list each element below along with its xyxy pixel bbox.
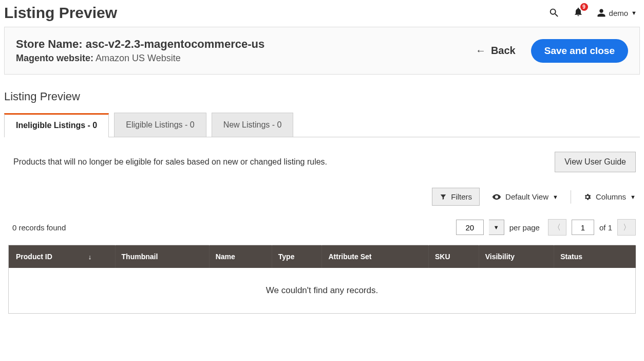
store-name-label: Store Name: [16, 38, 83, 50]
col-attribute-set[interactable]: Attribute Set [322, 245, 429, 268]
chevron-right-icon: 〉 [623, 223, 631, 232]
caret-down-icon: ▼ [553, 194, 558, 200]
col-thumbnail[interactable]: Thumbnail [115, 245, 209, 268]
page-number-input[interactable] [572, 220, 594, 235]
page-size-dropdown[interactable]: ▼ [489, 220, 504, 235]
store-name-value: asc-v2-2.3-magentocommerce-us [86, 38, 264, 50]
gear-icon [583, 193, 592, 201]
tab-new-listings[interactable]: New Listings - 0 [212, 113, 294, 137]
sort-down-icon: ↓ [88, 253, 92, 261]
funnel-icon [440, 193, 447, 201]
page-title: Listing Preview [4, 4, 117, 22]
website-label: Magento website: [16, 53, 93, 63]
page-size-input[interactable] [456, 220, 484, 235]
columns-dropdown[interactable]: Columns ▼ [583, 192, 636, 201]
user-icon [597, 8, 606, 17]
section-title: Listing Preview [4, 90, 640, 103]
tab-description: Products that will no longer be eligible… [8, 157, 327, 167]
notifications-button[interactable]: 9 [573, 7, 583, 19]
next-page-button[interactable]: 〉 [617, 219, 636, 236]
tabs: Ineligible Listings - 0 Eligible Listing… [4, 113, 640, 137]
per-page-label: per page [509, 223, 540, 232]
col-status[interactable]: Status [554, 245, 636, 268]
default-view-dropdown[interactable]: Default View ▼ [492, 192, 558, 202]
col-sku[interactable]: SKU [429, 245, 479, 268]
tab-eligible-listings[interactable]: Eligible Listings - 0 [114, 113, 206, 137]
arrow-left-icon: ← [476, 45, 486, 57]
store-panel: Store Name: asc-v2-2.3-magentocommerce-u… [4, 27, 640, 75]
col-product-id[interactable]: Product ID↓ [9, 245, 116, 268]
caret-down-icon: ▼ [631, 10, 637, 16]
default-view-label: Default View [505, 192, 548, 201]
save-and-close-button[interactable]: Save and close [531, 39, 628, 63]
filters-label: Filters [451, 192, 472, 201]
website-value: Amazon US Website [96, 53, 181, 63]
search-icon[interactable] [548, 7, 560, 19]
caret-down-icon: ▼ [494, 224, 499, 230]
chevron-left-icon: 〈 [553, 223, 561, 232]
col-name[interactable]: Name [209, 245, 272, 268]
prev-page-button[interactable]: 〈 [548, 219, 566, 236]
tab-ineligible-listings[interactable]: Ineligible Listings - 0 [4, 113, 109, 137]
empty-message: We couldn't find any records. [9, 268, 636, 314]
col-type[interactable]: Type [272, 245, 322, 268]
divider [571, 190, 571, 204]
eye-icon [492, 192, 501, 202]
filters-button[interactable]: Filters [432, 188, 480, 206]
user-menu[interactable]: demo ▼ [597, 8, 637, 17]
view-user-guide-button[interactable]: View User Guide [555, 152, 636, 172]
caret-down-icon: ▼ [630, 194, 636, 200]
back-button[interactable]: ← Back [476, 45, 516, 57]
user-name: demo [609, 9, 629, 17]
records-count: 0 records found [8, 223, 66, 232]
listings-table: Product ID↓ Thumbnail Name Type Attribut… [8, 245, 636, 314]
back-label: Back [491, 45, 516, 57]
of-pages-label: of 1 [599, 223, 612, 232]
notifications-badge: 9 [580, 3, 588, 11]
col-visibility[interactable]: Visibility [479, 245, 554, 268]
columns-label: Columns [596, 192, 626, 201]
